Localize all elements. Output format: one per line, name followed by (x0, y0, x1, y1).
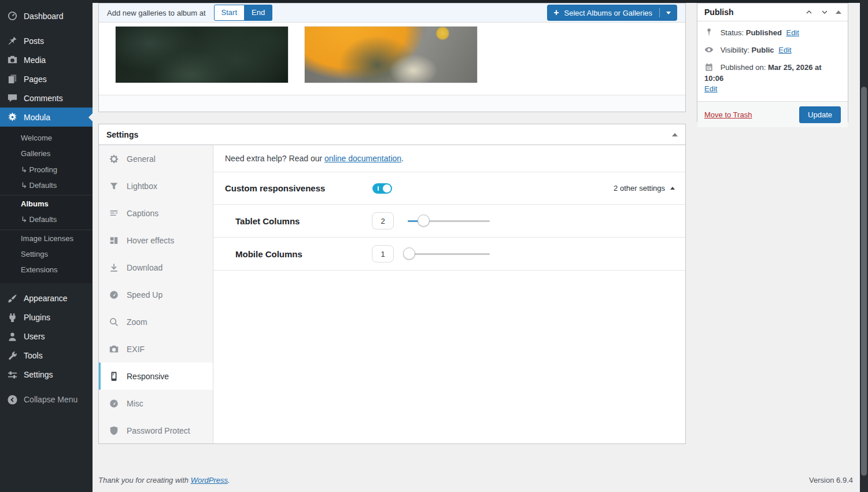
other-settings-collapse[interactable]: 2 other settings (614, 184, 675, 193)
end-button[interactable]: End (245, 5, 272, 21)
published-on-row: Published on: Mar 25, 2026 at 10:06 Edit (704, 62, 841, 95)
submenu-item-galleries[interactable]: Galleries (0, 146, 93, 162)
sidebar-item-settings[interactable]: Settings (0, 365, 93, 384)
edit-published-date-link[interactable]: Edit (704, 84, 717, 93)
tab-zoom[interactable]: Zoom (99, 308, 213, 335)
move-up-icon[interactable] (804, 8, 814, 17)
custom-responsiveness-toggle[interactable] (372, 183, 392, 194)
select-albums-label: Select Albums or Galleries (564, 9, 652, 17)
gallery-thumbnail-sunflower[interactable] (305, 27, 477, 83)
online-documentation-link[interactable]: online documentation (324, 154, 401, 163)
album-galleries-panel: Add new galleries to album at Start End … (98, 3, 686, 112)
visibility-label: Visibility: (721, 46, 749, 54)
sidebar-item-label: Pages (24, 75, 47, 84)
status-row: Status: Published Edit (704, 28, 841, 39)
tab-password-protect[interactable]: Password Protect (99, 417, 213, 444)
publish-header[interactable]: Publish (697, 3, 848, 21)
smartphone-icon (109, 371, 119, 382)
submenu-item-extensions[interactable]: Extensions (0, 262, 93, 278)
footer-version-text: Version 6.9.4 (809, 476, 853, 484)
tablet-columns-slider[interactable] (408, 214, 490, 227)
settings-panel-header[interactable]: Settings (99, 124, 685, 145)
modula-logo-icon (7, 112, 18, 123)
publish-title: Publish (704, 8, 734, 17)
submenu-item-welcome[interactable]: Welcome (0, 131, 93, 146)
comment-bubble-icon (7, 93, 18, 103)
sidebar-item-appearance[interactable]: Appearance (0, 289, 93, 308)
page-scrollbar-thumb[interactable] (861, 87, 867, 476)
sidebar-item-users[interactable]: Users (0, 327, 93, 346)
sidebar-item-pages[interactable]: Pages (0, 69, 93, 88)
pushpin-icon (7, 35, 18, 46)
add-galleries-label: Add new galleries to album at (107, 9, 206, 17)
sidebar-item-label: Posts (24, 36, 44, 46)
tab-lightbox[interactable]: Lightbox (99, 172, 213, 199)
published-on-label: Published on: (721, 63, 766, 72)
magnifier-icon (109, 317, 119, 327)
wordpress-link[interactable]: WordPress (191, 476, 228, 484)
mobile-columns-row: Mobile Columns 1 (213, 238, 685, 271)
wrench-icon (7, 350, 18, 361)
edit-visibility-link[interactable]: Edit (778, 46, 791, 54)
slider-handle[interactable] (403, 247, 415, 260)
tab-hover-effects[interactable]: Hover effects (99, 227, 213, 254)
publish-footer: Move to Trash Update (697, 101, 848, 127)
settings-title: Settings (106, 130, 138, 139)
collapse-panel-icon[interactable] (836, 10, 841, 14)
submenu-item-albums[interactable]: Albums (0, 195, 93, 212)
mobile-columns-slider[interactable] (408, 247, 490, 260)
admin-sidebar: Dashboard Posts Media Pages Comments Mod… (0, 0, 93, 492)
sidebar-item-label: Tools (24, 351, 43, 360)
sidebar-item-label: Media (24, 56, 46, 65)
button-divider (659, 8, 660, 17)
sidebar-item-tools[interactable]: Tools (0, 346, 93, 365)
update-button[interactable]: Update (799, 106, 841, 123)
collapse-panel-icon[interactable] (672, 133, 678, 136)
sidebar-item-dashboard[interactable]: Dashboard (0, 6, 93, 25)
tab-exif[interactable]: EXIF (99, 335, 213, 362)
tab-responsive[interactable]: Responsive (99, 362, 213, 390)
page-scrollbar-track[interactable] (860, 0, 868, 492)
mobile-columns-label: Mobile Columns (235, 249, 372, 259)
tab-captions[interactable]: Captions (99, 199, 213, 227)
submenu-item-defaults-albums[interactable]: ↳ Defaults (0, 212, 93, 228)
modula-submenu: Welcome Galleries ↳ Proofing ↳ Defaults … (0, 127, 93, 283)
tab-misc[interactable]: Misc (99, 390, 213, 417)
tab-general[interactable]: General (99, 145, 213, 172)
edit-status-link[interactable]: Edit (786, 28, 799, 37)
submenu-item-image-licenses[interactable]: Image Licenses (0, 230, 93, 247)
submenu-item-settings[interactable]: Settings (0, 247, 93, 262)
toggle-knob (383, 184, 391, 193)
sidebar-item-plugins[interactable]: Plugins (0, 308, 93, 327)
sidebar-item-modula[interactable]: Modula (0, 108, 93, 127)
select-albums-or-galleries-button[interactable]: + Select Albums or Galleries (547, 5, 677, 21)
current-menu-arrow (88, 113, 93, 121)
tablet-columns-value[interactable]: 2 (372, 212, 394, 230)
sidebar-item-comments[interactable]: Comments (0, 88, 93, 108)
tab-speed-up[interactable]: Speed Up (99, 281, 213, 308)
tab-label: EXIF (127, 345, 145, 354)
custom-responsiveness-row: Custom responsiveness 2 other settings (213, 172, 685, 205)
media-icon (7, 54, 18, 65)
tab-download[interactable]: Download (99, 254, 213, 281)
tablet-columns-label: Tablet Columns (235, 216, 372, 226)
tab-label: Responsive (127, 372, 169, 381)
mobile-columns-value[interactable]: 1 (372, 245, 394, 262)
start-button[interactable]: Start (214, 5, 245, 21)
gallery-thumbnail-leaves[interactable] (116, 27, 288, 83)
slider-handle[interactable] (418, 214, 430, 227)
collapse-menu-button[interactable]: Collapse Menu (0, 390, 93, 409)
move-down-icon[interactable] (820, 8, 829, 17)
submenu-item-proofing[interactable]: ↳ Proofing (0, 162, 93, 178)
sidebar-item-label: Appearance (24, 294, 68, 303)
shield-icon (109, 426, 119, 436)
sidebar-item-posts[interactable]: Posts (0, 31, 93, 50)
move-to-trash-link[interactable]: Move to Trash (704, 110, 752, 119)
visibility-row: Visibility: Public Edit (704, 45, 841, 56)
tab-label: Misc (127, 399, 143, 408)
sidebar-item-media[interactable]: Media (0, 50, 93, 69)
chevron-down-icon[interactable] (666, 12, 671, 14)
submenu-item-defaults-galleries[interactable]: ↳ Defaults (0, 178, 93, 194)
admin-top-bar-edge (0, 0, 868, 3)
settings-tab-list: General Lightbox Captions Hover effects … (99, 145, 213, 443)
